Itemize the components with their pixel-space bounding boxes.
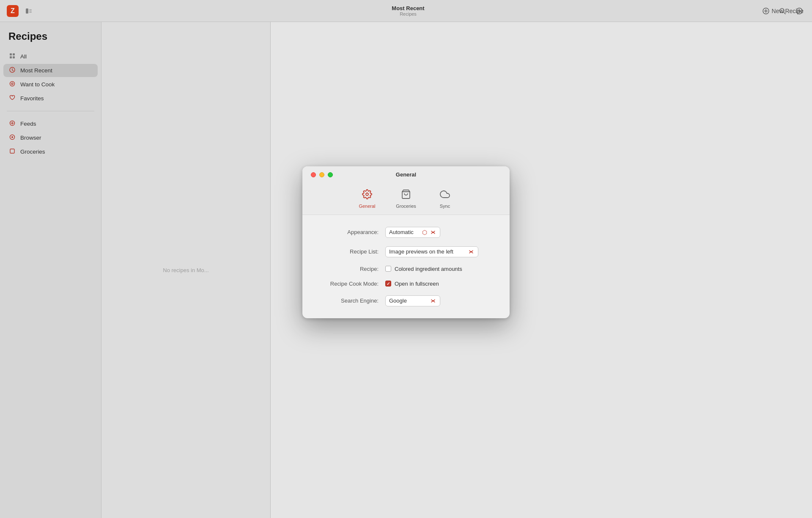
cloud-icon [440, 189, 450, 202]
modal-title: General [396, 171, 416, 178]
minimize-button[interactable] [319, 172, 324, 177]
recipe-cook-mode-row: Recipe Cook Mode: Open in fullscreen [319, 281, 493, 287]
fullscreen-label: Open in fullscreen [395, 281, 439, 287]
search-engine-select[interactable]: Google [385, 295, 440, 306]
appearance-label: Appearance: [319, 229, 379, 235]
search-engine-label: Search Engine: [319, 298, 379, 304]
close-button[interactable] [311, 172, 316, 177]
recipe-row: Recipe: Colored ingredient amounts [319, 266, 493, 272]
tab-groceries-label: Groceries [396, 204, 416, 209]
modal-backdrop: General General [0, 0, 812, 518]
tab-groceries[interactable]: Groceries [393, 189, 419, 209]
shopping-bag-icon [401, 189, 411, 202]
colored-ingredient-label: Colored ingredient amounts [395, 266, 462, 272]
recipe-list-row: Recipe List: Image previews on the left [319, 246, 493, 257]
recipe-label: Recipe: [319, 266, 379, 272]
appearance-value: Automatic [389, 229, 420, 235]
search-engine-value: Google [389, 298, 427, 304]
appearance-chevron-icon [430, 229, 436, 236]
gear-icon [362, 189, 372, 202]
tab-general-label: General [359, 204, 375, 209]
recipe-cook-mode-label: Recipe Cook Mode: [319, 281, 379, 287]
recipe-list-chevron-icon [468, 248, 475, 255]
appearance-row: Appearance: Automatic ⬡ [319, 227, 493, 238]
tab-sync[interactable]: Sync [432, 189, 458, 209]
search-engine-chevron-icon [430, 298, 436, 304]
recipe-control: Colored ingredient amounts [385, 266, 493, 272]
appearance-control: Automatic ⬡ [385, 227, 493, 238]
appearance-arrow-icon: ⬡ [422, 229, 427, 236]
recipe-list-label: Recipe List: [319, 248, 379, 255]
modal-titlebar: General [302, 166, 510, 183]
general-settings-modal: General General [302, 166, 510, 318]
appearance-select[interactable]: Automatic ⬡ [385, 227, 440, 238]
recipe-list-control: Image previews on the left [385, 246, 493, 257]
maximize-button[interactable] [328, 172, 333, 177]
colored-ingredient-checkbox[interactable] [385, 266, 391, 272]
fullscreen-checkbox[interactable] [385, 281, 391, 287]
app-window: Z Most Recent Recipes [0, 0, 812, 518]
recipe-cook-mode-control: Open in fullscreen [385, 281, 493, 287]
recipe-list-select[interactable]: Image previews on the left [385, 246, 478, 257]
modal-body: Appearance: Automatic ⬡ [302, 215, 510, 318]
modal-toolbar: General Groceries [302, 183, 510, 215]
recipe-list-value: Image previews on the left [389, 248, 465, 255]
search-engine-control: Google [385, 295, 493, 306]
tab-general[interactable]: General [354, 189, 380, 209]
search-engine-row: Search Engine: Google [319, 295, 493, 306]
tab-sync-label: Sync [440, 204, 450, 209]
traffic-lights [311, 172, 333, 177]
